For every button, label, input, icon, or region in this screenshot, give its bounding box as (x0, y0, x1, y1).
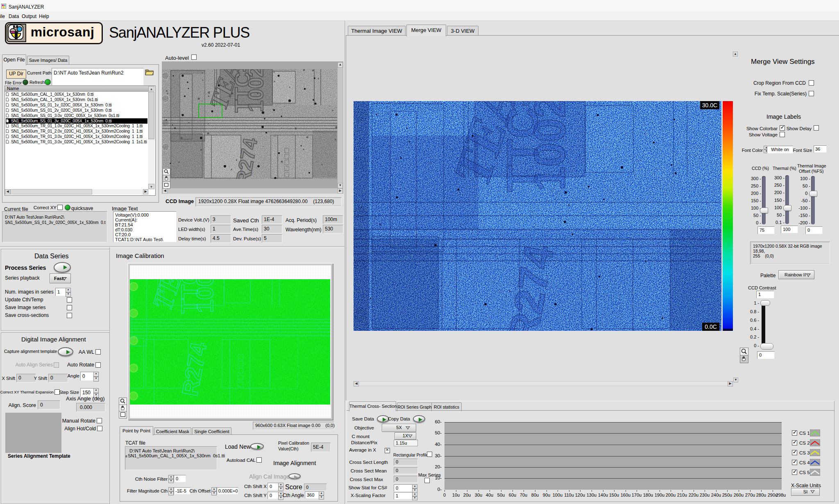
svg-text:1002: 1002 (191, 279, 218, 313)
svg-text:1002: 1002 (525, 101, 574, 191)
svg-text:1002: 1002 (244, 69, 268, 112)
